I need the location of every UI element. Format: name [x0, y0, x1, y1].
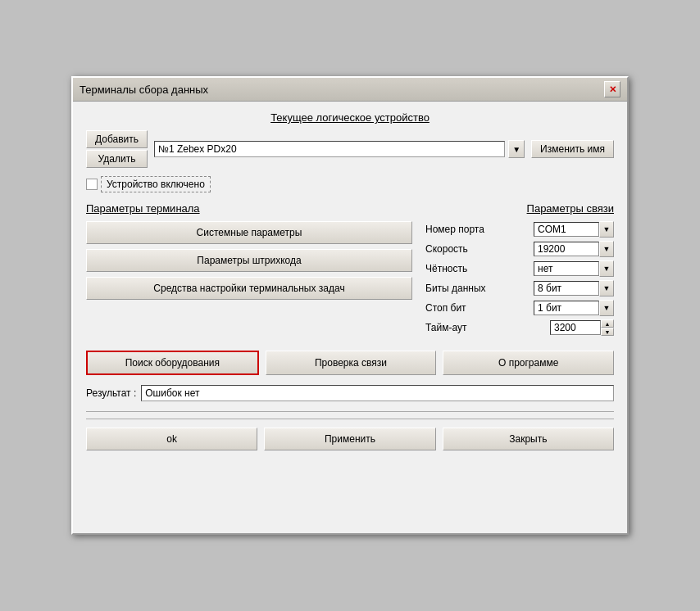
- device-select-input[interactable]: [154, 141, 505, 157]
- title-bar: Терминалы сбора данных ✕: [73, 78, 627, 102]
- databits-input[interactable]: [534, 281, 599, 296]
- change-name-button[interactable]: Изменить имя: [531, 140, 614, 158]
- stopbits-row: Стоп бит ▼: [425, 300, 614, 316]
- speed-label: Скорость: [425, 243, 468, 255]
- result-label: Результат :: [86, 387, 136, 399]
- device-enabled-row: Устройство включено: [86, 176, 614, 192]
- parity-row: Чётность ▼: [425, 260, 614, 277]
- timeout-spinbuttons: ▲ ▼: [601, 319, 614, 336]
- apply-button[interactable]: Применить: [264, 428, 435, 450]
- divider: [86, 411, 614, 412]
- top-row: Добавить Удалить ▼ Изменить имя: [86, 130, 614, 168]
- speed-dropdown-arrow[interactable]: ▼: [599, 241, 614, 257]
- speed-input[interactable]: [534, 242, 599, 256]
- device-enabled-checkbox[interactable]: [86, 179, 98, 190]
- close-button[interactable]: Закрыть: [443, 428, 614, 450]
- add-delete-group: Добавить Удалить: [86, 130, 148, 168]
- comm-params-title: Параметры связи: [425, 202, 614, 215]
- stopbits-input[interactable]: [534, 301, 599, 315]
- port-row: Номер порта ▼: [425, 221, 614, 238]
- timeout-row: Тайм-аут ▲ ▼: [425, 319, 614, 336]
- databits-row: Биты данных ▼: [425, 280, 614, 296]
- port-label: Номер порта: [425, 224, 484, 235]
- ok-button[interactable]: ok: [86, 428, 257, 450]
- timeout-spin-down[interactable]: ▼: [601, 328, 614, 336]
- databits-label: Биты данных: [425, 283, 486, 294]
- params-terminal-label: Параметры терминала: [86, 202, 412, 215]
- device-dropdown-arrow[interactable]: ▼: [508, 140, 525, 158]
- stopbits-value-wrapper: ▼: [534, 300, 614, 316]
- speed-row: Скорость ▼: [425, 241, 614, 257]
- port-dropdown-arrow[interactable]: ▼: [599, 221, 614, 238]
- main-content: Текущее логическое устройство Добавить У…: [73, 102, 627, 460]
- left-panel: Параметры терминала Системные параметры …: [86, 202, 412, 339]
- section-title: Текущее логическое устройство: [86, 111, 614, 124]
- speed-value-wrapper: ▼: [534, 241, 614, 257]
- port-value-wrapper: ▼: [534, 221, 614, 238]
- parity-dropdown-arrow[interactable]: ▼: [599, 260, 614, 277]
- close-window-button[interactable]: ✕: [604, 81, 620, 97]
- add-button[interactable]: Добавить: [86, 130, 148, 148]
- parity-label: Чётность: [425, 263, 467, 274]
- timeout-spin-up[interactable]: ▲: [601, 319, 614, 328]
- about-program-button[interactable]: О программе: [443, 351, 614, 375]
- databits-dropdown-arrow[interactable]: ▼: [599, 280, 614, 296]
- parity-value-wrapper: ▼: [534, 260, 614, 277]
- parity-input[interactable]: [534, 261, 599, 276]
- port-input[interactable]: [534, 222, 599, 237]
- device-enabled-checkbox-area[interactable]: Устройство включено: [86, 176, 211, 192]
- timeout-input[interactable]: [550, 320, 601, 335]
- device-enabled-label: Устройство включено: [101, 176, 211, 192]
- window-title: Терминалы сбора данных: [80, 84, 208, 96]
- bottom-buttons: ok Применить Закрыть: [86, 419, 614, 450]
- device-select-wrapper: ▼: [154, 140, 525, 158]
- result-input: [141, 385, 614, 401]
- right-panel: Параметры связи Номер порта ▼ Скорость ▼: [425, 202, 614, 339]
- stopbits-dropdown-arrow[interactable]: ▼: [599, 300, 614, 316]
- main-area: Параметры терминала Системные параметры …: [86, 202, 614, 339]
- databits-value-wrapper: ▼: [534, 280, 614, 296]
- timeout-wrapper: ▲ ▼: [550, 319, 614, 336]
- action-buttons: Поиск оборудования Проверка связи О прог…: [86, 351, 614, 375]
- delete-button[interactable]: Удалить: [86, 150, 148, 168]
- timeout-label: Тайм-аут: [425, 322, 466, 333]
- system-params-button[interactable]: Системные параметры: [86, 221, 412, 244]
- stopbits-label: Стоп бит: [425, 302, 466, 314]
- result-row: Результат :: [86, 385, 614, 401]
- barcode-params-button[interactable]: Параметры штрихкода: [86, 249, 412, 272]
- check-connection-button[interactable]: Проверка связи: [266, 351, 437, 375]
- terminal-tasks-button[interactable]: Средства настройки терминальных задач: [86, 277, 412, 300]
- search-equipment-button[interactable]: Поиск оборудования: [86, 351, 259, 375]
- main-window: Терминалы сбора данных ✕ Текущее логичес…: [71, 76, 629, 535]
